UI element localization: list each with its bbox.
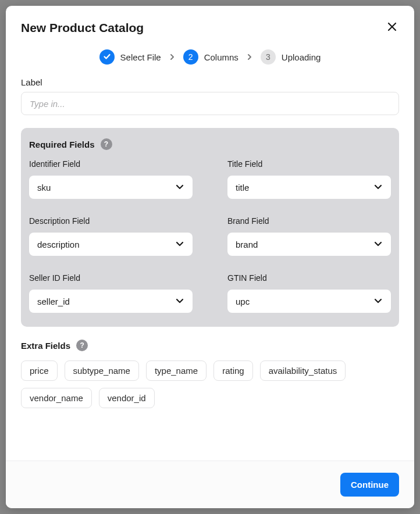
brand-field-group: Brand Field brand [227, 216, 391, 256]
label-group: Label [21, 77, 399, 115]
section-title-row: Required Fields ? [29, 138, 391, 150]
gtin-field-group: GTIN Field upc [227, 273, 391, 313]
step-uploading[interactable]: 3 Uploading [261, 49, 321, 65]
modal-footer: Continue [6, 461, 414, 508]
gtin-select[interactable]: upc [227, 290, 391, 313]
select-value: brand [236, 240, 258, 249]
select-value: sku [37, 183, 51, 192]
identifier-field-group: Identifier Field sku [29, 159, 193, 199]
field-label: Title Field [227, 159, 391, 169]
chip-subtype-name[interactable]: subtype_name [65, 360, 139, 381]
field-label: Brand Field [227, 216, 391, 226]
modal-title: New Product Catalog [21, 21, 144, 35]
field-label: GTIN Field [227, 273, 391, 283]
select-value: upc [236, 297, 250, 306]
step-circle-done [99, 49, 115, 65]
field-label: Description Field [29, 216, 193, 226]
step-select-file[interactable]: Select File [99, 49, 161, 65]
section-title-row: Extra Fields ? [21, 340, 399, 351]
chip-vendor-id[interactable]: vendor_id [99, 388, 155, 408]
chevron-right-icon [247, 53, 252, 61]
close-button[interactable] [385, 20, 399, 35]
brand-select[interactable]: brand [227, 233, 391, 256]
help-icon[interactable]: ? [76, 340, 88, 351]
seller-id-select[interactable]: seller_id [29, 290, 193, 313]
field-label: Identifier Field [29, 159, 193, 169]
chip-rating[interactable]: rating [213, 360, 253, 381]
chevron-down-icon [175, 296, 184, 307]
field-label: Seller ID Field [29, 273, 193, 283]
continue-button[interactable]: Continue [340, 473, 399, 497]
help-icon[interactable]: ? [101, 138, 112, 150]
extra-fields-title: Extra Fields [21, 341, 70, 351]
chevron-down-icon [175, 239, 184, 250]
select-value: title [236, 183, 249, 192]
chip-container: price subtype_name type_name rating avai… [21, 360, 399, 408]
modal-header: New Product Catalog [6, 6, 414, 41]
extra-fields-section: Extra Fields ? price subtype_name type_n… [21, 340, 399, 408]
select-value: description [37, 240, 80, 249]
chip-availability-status[interactable]: availability_status [260, 360, 346, 381]
chip-vendor-name[interactable]: vendor_name [21, 388, 92, 408]
step-circle-active: 2 [183, 49, 198, 65]
required-fields-section: Required Fields ? Identifier Field sku T… [21, 128, 399, 327]
step-label: Select File [120, 52, 161, 62]
modal-body: Label Required Fields ? Identifier Field… [6, 77, 414, 461]
close-icon [387, 22, 397, 33]
stepper: Select File 2 Columns 3 Uploading [6, 41, 414, 77]
step-circle-pending: 3 [261, 49, 276, 65]
step-label: Uploading [282, 52, 321, 62]
step-number: 3 [266, 52, 270, 62]
required-fields-title: Required Fields [29, 140, 95, 149]
title-select[interactable]: title [227, 176, 391, 199]
modal: New Product Catalog Select File [6, 6, 414, 508]
chip-type-name[interactable]: type_name [146, 360, 207, 381]
seller-id-field-group: Seller ID Field seller_id [29, 273, 193, 313]
chevron-right-icon [169, 53, 175, 61]
chip-price[interactable]: price [21, 360, 58, 381]
label-input[interactable] [21, 92, 399, 115]
chevron-down-icon [373, 182, 383, 193]
chevron-down-icon [373, 296, 383, 307]
title-field-group: Title Field title [227, 159, 391, 199]
step-columns[interactable]: 2 Columns [183, 49, 239, 65]
identifier-select[interactable]: sku [29, 176, 193, 199]
step-number: 2 [188, 52, 193, 62]
description-field-group: Description Field description [29, 216, 193, 256]
chevron-down-icon [175, 182, 184, 193]
description-select[interactable]: description [29, 233, 193, 256]
label-field-label: Label [21, 77, 399, 87]
check-icon [103, 52, 111, 62]
field-grid: Identifier Field sku Title Field title [29, 159, 391, 313]
select-value: seller_id [37, 297, 70, 306]
step-label: Columns [204, 52, 239, 62]
chevron-down-icon [373, 239, 383, 250]
